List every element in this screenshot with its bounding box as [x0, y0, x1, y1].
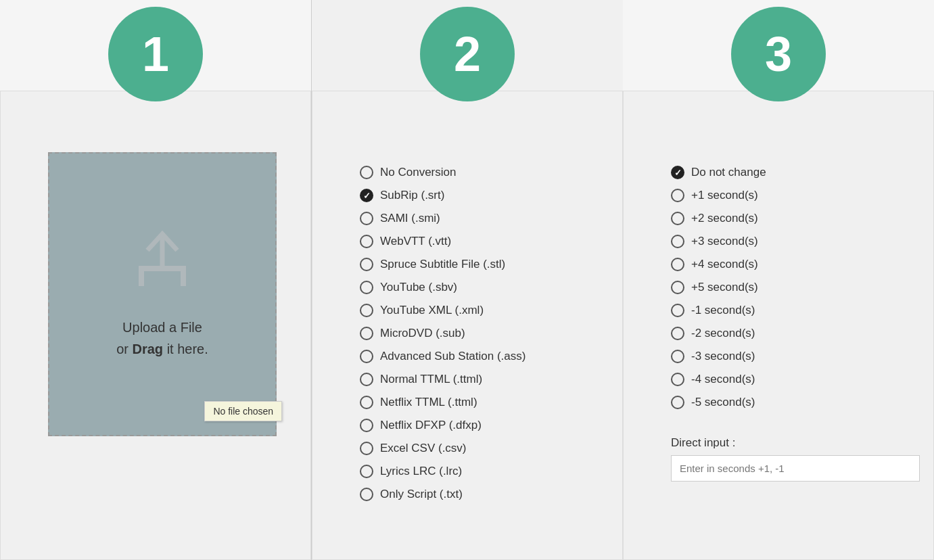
format-label: Spruce Subtitle File (.stl): [380, 258, 505, 271]
sync-list-item[interactable]: -4 second(s): [671, 373, 906, 386]
step-3-circle: 3: [731, 7, 826, 101]
sync-label: +1 second(s): [691, 189, 758, 202]
format-list-item[interactable]: SAMI (.smi): [360, 212, 595, 225]
page-container: 1 Upload caption file Upload: [0, 0, 934, 560]
direct-input-field[interactable]: [671, 455, 920, 482]
step-3-column: 3 Sync control Do not change+1 second(s)…: [623, 0, 934, 560]
step-1-column: 1 Upload caption file Upload: [0, 0, 311, 560]
radio-unchecked-icon: [360, 419, 373, 432]
format-list-item[interactable]: Lyrics LRC (.lrc): [360, 465, 595, 478]
format-label: YouTube XML (.xml): [380, 304, 484, 317]
sync-list-item[interactable]: -2 second(s): [671, 327, 906, 340]
format-list-item[interactable]: Only Script (.txt): [360, 488, 595, 501]
format-label: No Conversion: [380, 166, 456, 179]
format-label: Excel CSV (.csv): [380, 442, 467, 455]
format-label: SAMI (.smi): [380, 212, 440, 225]
format-list-item[interactable]: YouTube XML (.xml): [360, 304, 595, 317]
radio-unchecked-icon: [671, 189, 684, 202]
radio-unchecked-icon: [360, 465, 373, 478]
sync-list-item[interactable]: +5 second(s): [671, 281, 906, 294]
format-label: Netflix TTML (.ttml): [380, 396, 477, 409]
format-label: Advanced Sub Station (.ass): [380, 350, 526, 363]
step-2-circle: 2: [420, 7, 515, 101]
format-list-item[interactable]: Normal TTML (.ttml): [360, 373, 595, 386]
sync-list-item[interactable]: +4 second(s): [671, 258, 906, 271]
sync-label: -5 second(s): [691, 396, 755, 409]
sync-label: -4 second(s): [691, 373, 755, 386]
sync-list-item[interactable]: -5 second(s): [671, 396, 906, 409]
sync-list-item[interactable]: +3 second(s): [671, 235, 906, 248]
sync-label: +5 second(s): [691, 281, 758, 294]
sync-label: -1 second(s): [691, 304, 755, 317]
no-file-tooltip: No file chosen: [204, 401, 282, 421]
upload-icon: [129, 229, 196, 299]
format-label: Only Script (.txt): [380, 488, 463, 501]
svg-rect-0: [139, 266, 186, 271]
radio-unchecked-icon: [671, 396, 684, 409]
sync-label: -2 second(s): [691, 327, 755, 340]
sync-list-item[interactable]: +2 second(s): [671, 212, 906, 225]
radio-unchecked-icon: [360, 212, 373, 225]
upload-text-line3: it here.: [163, 342, 208, 356]
upload-text-line1: Upload a File: [122, 320, 202, 335]
format-list-item[interactable]: Netflix TTML (.ttml): [360, 396, 595, 409]
sync-list-item[interactable]: -1 second(s): [671, 304, 906, 317]
radio-unchecked-icon: [671, 327, 684, 340]
radio-checked-icon: [360, 189, 373, 202]
radio-unchecked-icon: [360, 488, 373, 501]
svg-rect-2: [181, 266, 186, 286]
radio-unchecked-icon: [360, 258, 373, 271]
radio-unchecked-icon: [671, 281, 684, 294]
sync-label: Do not change: [691, 166, 766, 179]
sync-label: +3 second(s): [691, 235, 758, 248]
sync-list-item[interactable]: +1 second(s): [671, 189, 906, 202]
sync-label: -3 second(s): [691, 350, 755, 363]
radio-unchecked-icon: [360, 166, 373, 179]
sync-list-item[interactable]: -3 second(s): [671, 350, 906, 363]
radio-unchecked-icon: [671, 212, 684, 225]
radio-unchecked-icon: [360, 281, 373, 294]
format-list-item[interactable]: WebVTT (.vtt): [360, 235, 595, 248]
radio-unchecked-icon: [360, 304, 373, 317]
radio-unchecked-icon: [360, 235, 373, 248]
format-label: Lyrics LRC (.lrc): [380, 465, 462, 478]
format-label: Normal TTML (.ttml): [380, 373, 482, 386]
format-list-item[interactable]: YouTube (.sbv): [360, 281, 595, 294]
format-list-item[interactable]: No Conversion: [360, 166, 595, 179]
sync-panel: Do not change+1 second(s)+2 second(s)+3 …: [623, 91, 934, 560]
format-label: YouTube (.sbv): [380, 281, 457, 294]
no-file-label: No file chosen: [213, 406, 273, 417]
radio-unchecked-icon: [671, 258, 684, 271]
direct-input-label: Direct input :: [651, 436, 920, 450]
step-2-number: 2: [454, 26, 481, 82]
format-list-item[interactable]: SubRip (.srt): [360, 189, 595, 202]
step-2-column: 2 Format to Convert No ConversionSubRip …: [311, 0, 623, 560]
format-label: MicroDVD (.sub): [380, 327, 465, 340]
upload-panel: Upload a File or Drag it here. No file c…: [0, 91, 311, 560]
format-list-item[interactable]: Spruce Subtitle File (.stl): [360, 258, 595, 271]
format-label: Netflix DFXP (.dfxp): [380, 419, 482, 432]
svg-rect-1: [139, 266, 144, 286]
format-list-item[interactable]: MicroDVD (.sub): [360, 327, 595, 340]
format-list-item[interactable]: Excel CSV (.csv): [360, 442, 595, 455]
format-list-item[interactable]: Advanced Sub Station (.ass): [360, 350, 595, 363]
sync-label: +2 second(s): [691, 212, 758, 225]
sync-list-item[interactable]: Do not change: [671, 166, 906, 179]
radio-unchecked-icon: [671, 373, 684, 386]
upload-text: Upload a File or Drag it here.: [116, 317, 208, 360]
radio-unchecked-icon: [360, 373, 373, 386]
format-label: WebVTT (.vtt): [380, 235, 451, 248]
radio-unchecked-icon: [360, 327, 373, 340]
format-label: SubRip (.srt): [380, 189, 444, 202]
radio-unchecked-icon: [671, 235, 684, 248]
upload-text-line2: or: [116, 342, 132, 356]
radio-unchecked-icon: [360, 396, 373, 409]
upload-drag-bold: Drag: [133, 342, 164, 356]
upload-drop-area[interactable]: Upload a File or Drag it here. No file c…: [48, 152, 277, 436]
radio-unchecked-icon: [671, 350, 684, 363]
radio-checked-icon: [671, 166, 684, 179]
sync-list: Do not change+1 second(s)+2 second(s)+3 …: [651, 152, 920, 432]
format-list-item[interactable]: Netflix DFXP (.dfxp): [360, 419, 595, 432]
step-1-circle: 1: [108, 7, 203, 101]
radio-unchecked-icon: [360, 442, 373, 455]
